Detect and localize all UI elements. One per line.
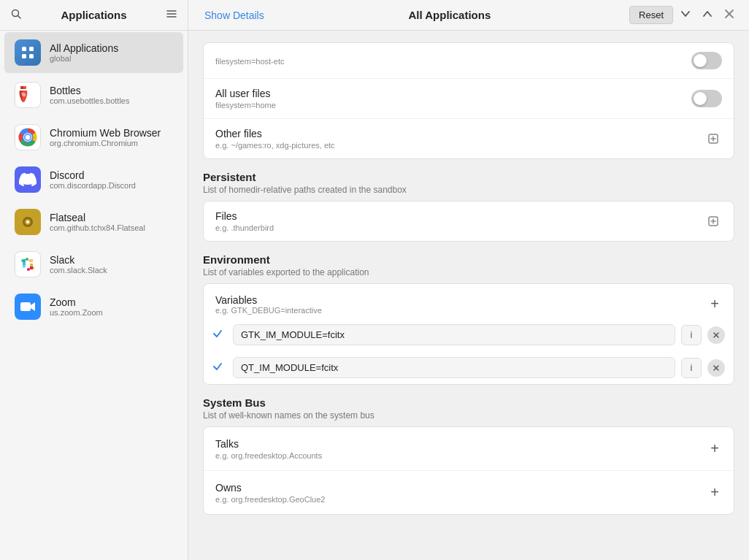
variable-info-button-0[interactable]: i [681,325,702,345]
persistent-card: Files e.g. .thunderbird [203,201,734,242]
sidebar-title: Applications [61,9,126,21]
flatseal-name: Flatseal [50,212,145,223]
filesystem-card: filesystem=host-etc All user files files… [203,42,734,159]
svg-rect-6 [29,47,34,51]
all-apps-info: All Applications global [50,42,118,63]
all-apps-name: All Applications [50,42,118,54]
system-bus-title: System Bus [203,396,734,409]
system-bus-card: Talks e.g. org.freedesktop.Accounts + Ow… [203,426,734,515]
filesystem-host-etc-label: filesystem=host-etc [215,57,284,66]
persistent-subtitle: List of homedir-relative paths created i… [203,185,734,195]
variables-title: Variables [215,294,322,306]
discord-id: com.discordapp.Discord [50,181,136,190]
all-user-files-subtitle: filesystem=home [215,101,276,110]
chevron-up-button[interactable] [698,6,717,25]
other-files-export-button[interactable] [704,130,722,147]
variable-remove-button-1[interactable] [707,359,725,377]
flatseal-id: com.github.tchx84.Flatseal [50,223,145,232]
system-bus-section: System Bus List of well-known names on t… [203,396,734,421]
other-files-subtitle: e.g. ~/games:ro, xdg-pictures, etc [215,141,335,150]
variable-info-button-1[interactable]: i [681,358,702,378]
all-user-files-row: All user files filesystem=home [204,79,734,119]
zoom-icon [15,294,41,320]
discord-icon [15,166,41,193]
system-bus-owns-add-button[interactable]: + [707,481,722,504]
svg-rect-19 [20,302,31,311]
filesystem-host-etc-row: filesystem=host-etc [204,43,734,79]
persistent-files-row: Files e.g. .thunderbird [204,202,734,241]
bottles-id: com.usebottles.bottles [50,96,129,105]
other-files-title: Other files [215,128,335,139]
sidebar-items-list: All Applications global Bottles com.useb… [0,31,188,560]
sidebar-item-discord[interactable]: Discord com.discordapp.Discord [4,159,183,200]
chromium-id: org.chromium.Chromium [50,139,161,147]
variables-add-button[interactable]: + [707,293,722,315]
sidebar-item-flatseal[interactable]: Flatseal com.github.tchx84.Flatseal [4,202,183,242]
variable-row-1: i [204,351,734,384]
bottles-icon [15,82,41,108]
zoom-name: Zoom [50,296,103,308]
system-bus-owns-title: Owns [215,482,325,494]
chevron-down-button[interactable] [676,6,695,25]
close-button[interactable] [720,4,739,26]
all-apps-id: global [50,54,118,63]
svg-rect-10 [20,86,23,89]
system-bus-talks-title: Talks [215,438,322,450]
svg-line-1 [18,15,21,18]
reset-button[interactable]: Reset [629,6,673,24]
variable-row-0: i [204,318,734,351]
slack-info: Slack com.slack.Slack [50,254,107,275]
menu-icon[interactable] [166,8,177,23]
all-user-files-toggle[interactable] [691,90,722,107]
persistent-files-title: Files [215,210,274,222]
show-details-button[interactable]: Show Details [199,7,270,24]
system-bus-talks-row: Talks e.g. org.freedesktop.Accounts + [204,427,734,471]
zoom-id: us.zoom.Zoom [50,308,103,317]
sidebar-item-zoom[interactable]: Zoom us.zoom.Zoom [4,286,183,327]
system-bus-talks-subtitle: e.g. org.freedesktop.Accounts [215,451,322,460]
sidebar-header: Applications [0,0,188,31]
environment-section: Environment List of variables exported t… [203,253,734,277]
discord-name: Discord [50,169,136,181]
topbar-title: All Applications [277,9,622,21]
slack-icon [15,251,41,277]
bottles-info: Bottles com.usebottles.bottles [50,85,129,105]
system-bus-subtitle: List of well-known names on the system b… [203,410,734,421]
chromium-icon [15,124,41,150]
persistent-files-subtitle: e.g. .thunderbird [215,223,274,232]
svg-rect-8 [29,54,34,58]
bottles-name: Bottles [50,85,129,96]
slack-id: com.slack.Slack [50,266,107,275]
topbar-controls: Reset [629,4,739,26]
slack-name: Slack [50,254,107,266]
sidebar-item-bottles[interactable]: Bottles com.usebottles.bottles [4,74,183,115]
main-area: Show Details All Applications Reset [188,0,749,560]
system-bus-owns-subtitle: e.g. org.freedesktop.GeoClue2 [215,495,325,504]
all-apps-icon [15,39,41,66]
sidebar: Applications All Applications glob [0,0,188,560]
variable-remove-button-0[interactable] [707,326,725,344]
search-icon[interactable] [10,8,22,23]
variables-header: Variables e.g. GTK_DEBUG=interactive + [204,284,734,318]
system-bus-talks-add-button[interactable]: + [707,437,722,460]
sidebar-item-all-apps[interactable]: All Applications global [4,32,183,73]
system-bus-owns-row: Owns e.g. org.freedesktop.GeoClue2 + [204,471,734,514]
variable-check-icon-1 [212,361,227,374]
persistent-section: Persistent List of homedir-relative path… [203,171,734,195]
topbar: Show Details All Applications Reset [188,0,749,31]
variable-input-1[interactable] [233,357,675,378]
filesystem-host-etc-toggle[interactable] [691,52,722,69]
environment-card: Variables e.g. GTK_DEBUG=interactive + i [203,283,734,385]
chromium-info: Chromium Web Browser org.chromium.Chromi… [50,127,161,147]
svg-point-18 [26,220,29,223]
flatseal-info: Flatseal com.github.tchx84.Flatseal [50,212,145,232]
persistent-files-add-button[interactable] [704,212,722,230]
other-files-row: Other files e.g. ~/games:ro, xdg-picture… [204,119,734,158]
svg-rect-7 [22,54,26,58]
variable-input-0[interactable] [233,324,675,345]
environment-subtitle: List of variables exported to the applic… [203,267,734,277]
sidebar-item-chromium[interactable]: Chromium Web Browser org.chromium.Chromi… [4,117,183,158]
sidebar-item-slack[interactable]: Slack com.slack.Slack [4,244,183,285]
svg-point-14 [26,135,31,140]
flatseal-icon [15,209,41,235]
